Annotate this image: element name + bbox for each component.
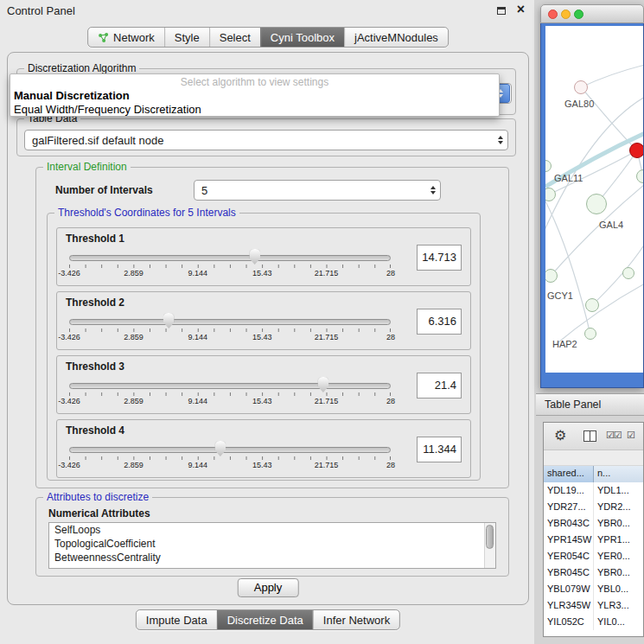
threshold-4-value[interactable]: 11.344 <box>417 437 462 462</box>
scale-label: 2.859 <box>124 333 143 341</box>
close-window-icon[interactable] <box>548 10 558 19</box>
combo-arrows-icon[interactable] <box>426 181 440 200</box>
threshold-2-value[interactable]: 6.316 <box>417 309 462 335</box>
table-row[interactable]: YBR045CYBR0... <box>544 564 643 581</box>
close-panel-icon[interactable]: × <box>517 2 525 17</box>
cell[interactable]: YBL079W <box>544 581 594 597</box>
network-tab-icon <box>98 32 109 43</box>
table-row[interactable]: YIL052CYIL0... <box>544 614 643 630</box>
network-window-titlebar[interactable] <box>540 4 644 23</box>
column-header-shared-name[interactable]: shared... <box>544 466 594 482</box>
slider-track[interactable] <box>69 383 391 389</box>
dropdown-option-equal-width[interactable]: Equal Width/Frequency Discretization <box>10 103 499 117</box>
gear-icon[interactable]: ⚙ <box>554 427 566 443</box>
cell[interactable]: YBR0... <box>594 564 643 581</box>
threshold-2-slider[interactable]: -3.426 2.859 9.144 15.43 21.715 28 <box>69 313 391 348</box>
slider-thumb[interactable] <box>249 249 260 265</box>
table-row[interactable]: YER054CYER0... <box>544 548 643 564</box>
cell[interactable]: YBR043C <box>544 515 594 532</box>
cell[interactable]: YER0... <box>594 548 643 564</box>
threshold-2-panel: Threshold 2 -3.426 2.859 9.144 15.43 21.… <box>56 291 471 350</box>
network-canvas[interactable]: GAL80 GAL11 GAL4 GCY1 HAP2 <box>545 26 643 373</box>
slider-thumb[interactable] <box>214 441 226 456</box>
cell[interactable]: YBL0... <box>594 581 643 597</box>
table-row[interactable]: YBR043CYBR0... <box>544 515 643 532</box>
cell[interactable]: YIL0... <box>594 614 643 630</box>
network-window-frame: GAL80 GAL11 GAL4 GCY1 HAP2 <box>540 23 644 388</box>
num-intervals-combo[interactable]: 5 <box>194 180 441 201</box>
node-hap2[interactable] <box>584 328 596 340</box>
slider-track[interactable] <box>69 255 391 261</box>
table-row[interactable]: YBL079WYBL0... <box>544 581 643 597</box>
table-data-combo[interactable]: galFiltered.sif default node <box>24 130 508 150</box>
combo-arrows-icon[interactable] <box>494 131 507 150</box>
thresholds-group: Threshold's Coordinates for 5 Intervals … <box>47 213 481 481</box>
threshold-3-slider[interactable]: -3.426 2.859 9.144 15.43 21.715 28 <box>69 377 391 411</box>
scale-label: -3.426 <box>58 397 80 405</box>
tab-impute-data[interactable]: Impute Data <box>137 610 217 629</box>
list-item[interactable]: TopologicalCoefficient <box>49 537 495 551</box>
list-item[interactable]: BetweennessCentrality <box>49 551 495 564</box>
table-row[interactable]: YDR27...YDR2... <box>544 499 643 515</box>
apply-button[interactable]: Apply <box>238 578 299 597</box>
threshold-3-value[interactable]: 21.4 <box>417 373 462 399</box>
tab-select[interactable]: Select <box>209 28 260 47</box>
column-header-name[interactable]: n... <box>594 466 643 482</box>
node[interactable] <box>585 298 599 312</box>
select-columns-icon[interactable]: ☑☑ <box>606 430 622 441</box>
tab-style[interactable]: Style <box>164 28 209 47</box>
dropdown-option-manual[interactable]: Manual Discretization <box>10 89 499 103</box>
list-scrollbar[interactable] <box>484 523 495 568</box>
cell[interactable]: YDR2... <box>594 499 643 515</box>
cell[interactable]: YDR27... <box>544 499 594 515</box>
threshold-3-label: Threshold 3 <box>66 360 124 373</box>
table-row[interactable]: YLR345WYLR3... <box>544 597 643 614</box>
minimize-window-icon[interactable] <box>561 10 571 19</box>
threshold-1-slider[interactable]: -3.426 2.859 9.144 15.43 21.715 28 <box>69 249 391 284</box>
cell[interactable]: YBR0... <box>594 515 643 532</box>
scale-label: 15.43 <box>252 269 272 277</box>
cell[interactable]: YLR345W <box>544 597 594 614</box>
thresholds-group-label: Threshold's Coordinates for 5 Intervals <box>54 207 239 219</box>
list-item[interactable]: SelfLoops <box>49 523 495 537</box>
attributes-list[interactable]: SelfLoops TopologicalCoefficient Between… <box>48 522 496 569</box>
table-row[interactable]: YDL19...YDL1... <box>544 482 643 499</box>
scale-label: 28 <box>386 333 395 341</box>
cell[interactable]: YPR1... <box>594 532 643 548</box>
table-row[interactable]: YPR145WYPR1... <box>544 532 643 548</box>
slider-track[interactable] <box>69 319 391 325</box>
cell[interactable]: YBR045C <box>544 564 594 581</box>
slider-track[interactable] <box>69 447 391 453</box>
threshold-4-slider[interactable]: -3.426 2.859 9.144 15.43 21.715 28 <box>69 441 391 475</box>
slider-thumb[interactable] <box>163 313 175 328</box>
tab-jactivemnodules[interactable]: jActiveMNodules <box>344 28 448 47</box>
table-data-combo-value: galFiltered.sif default node <box>25 134 494 147</box>
slider-scale: -3.426 2.859 9.144 15.43 21.715 28 <box>69 269 391 279</box>
tab-infer-network[interactable]: Infer Network <box>313 610 399 629</box>
node-gal80[interactable] <box>574 80 588 94</box>
tab-discretize-data[interactable]: Discretize Data <box>217 610 313 629</box>
node[interactable] <box>622 267 634 279</box>
float-panel-icon[interactable] <box>497 7 506 15</box>
threshold-1-value[interactable]: 14.713 <box>417 245 462 271</box>
columns-icon[interactable] <box>583 430 596 442</box>
cell[interactable]: YDL19... <box>544 482 594 499</box>
cell[interactable]: YDL1... <box>594 482 643 499</box>
zoom-window-icon[interactable] <box>574 10 583 19</box>
select-rows-icon[interactable]: ☑ <box>627 430 634 441</box>
tab-network[interactable]: Network <box>88 28 164 47</box>
node-gal4[interactable] <box>586 194 607 214</box>
cell[interactable]: YIL052C <box>544 614 594 630</box>
table-panel-header: Table Panel <box>536 393 644 416</box>
tab-cyni-toolbox[interactable]: Cyni Toolbox <box>260 28 344 47</box>
scale-label: -3.426 <box>58 333 80 341</box>
cell[interactable]: YLR3... <box>594 597 643 614</box>
node-selected-red[interactable] <box>629 143 643 158</box>
table-window: ⚙ ☑☑ ☑ shared... n... YDL19...YDL1... YD… <box>543 422 644 637</box>
cell[interactable]: YPR145W <box>544 532 594 548</box>
cell[interactable]: YER054C <box>544 548 594 564</box>
interval-definition-group: Interval Definition Number of Intervals … <box>35 167 509 488</box>
tab-jactivemnodules-label: jActiveMNodules <box>354 31 438 44</box>
scrollbar-thumb[interactable] <box>486 525 494 549</box>
slider-thumb[interactable] <box>317 377 328 392</box>
